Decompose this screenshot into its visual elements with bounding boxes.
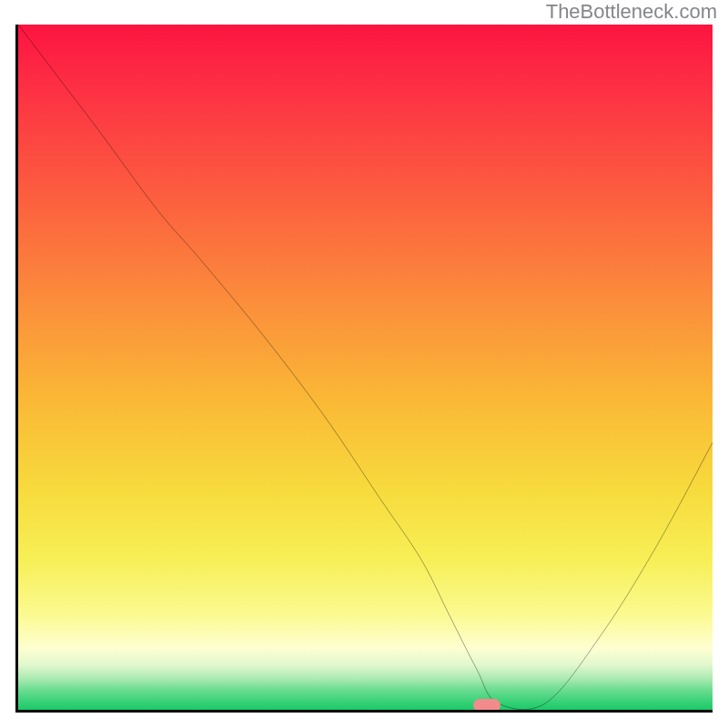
optimal-marker (473, 699, 500, 712)
bottleneck-chart: TheBottleneck.com (0, 0, 728, 728)
bottleneck-curve-path (18, 25, 713, 710)
watermark-text: TheBottleneck.com (546, 0, 717, 24)
plot-area (15, 25, 713, 713)
curve-layer (18, 25, 713, 710)
